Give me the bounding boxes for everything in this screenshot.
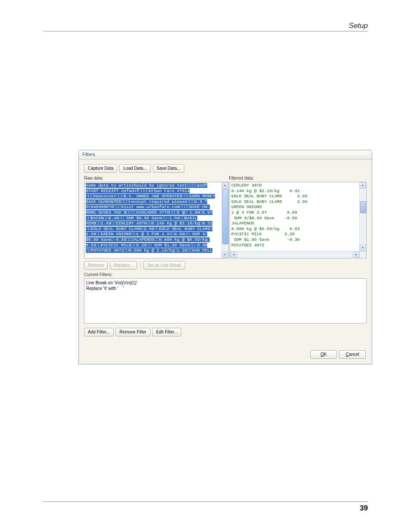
current-filters-list[interactable]: Line Break on '\r\n|(\r\n){1}' Replace '… <box>84 278 367 324</box>
filtered-horizontal-scrollbar[interactable]: ◂ ▸ <box>230 251 359 258</box>
filter-entry: Line Break on '\r\n|(\r\n){1}' Replace '… <box>86 280 364 291</box>
remove-filter-button[interactable]: Remove Filter <box>115 328 150 336</box>
scroll-down-icon[interactable]: ▾ <box>222 252 228 258</box>
scroll-up-icon[interactable]: ▴ <box>222 182 228 189</box>
header-rule <box>43 31 368 31</box>
page-header: Setup <box>349 22 368 30</box>
save-data-button[interactable]: Save Data... <box>153 164 184 173</box>
filtered-scroll-thumb[interactable] <box>360 201 366 213</box>
selection-toolbar: Remove Replace... Set as Line Break <box>84 261 367 270</box>
load-data-button[interactable]: Load Data... <box>119 164 150 173</box>
raw-vertical-scrollbar[interactable]: ▴ ▾ <box>221 182 228 258</box>
raw-data-text: some data to wrtieshould be ignored text… <box>84 182 221 258</box>
page-number: 39 <box>360 504 368 513</box>
raw-data-label: Raw data: <box>84 176 229 180</box>
filtered-data-label: Filtered data: <box>229 176 367 180</box>
data-toolbar: Capture Data Load Data... Save Data... <box>84 164 367 173</box>
filtered-data-pane[interactable]: CERLERY 4070 0.140 kg @ $2.18/kg 0.31 GO… <box>230 182 367 258</box>
capture-data-button[interactable]: Capture Data <box>84 164 117 173</box>
raw-scroll-thumb[interactable] <box>222 189 228 244</box>
current-filters-label: Current Filters: <box>84 272 367 277</box>
dialog-body: Capture Data Load Data... Save Data... R… <box>79 160 372 364</box>
set-line-break-button: Set as Line Break <box>143 261 185 270</box>
footer-rule <box>43 501 368 502</box>
dialog-title: Filters <box>79 150 372 160</box>
add-filter-button[interactable]: Add Filter... <box>84 328 114 336</box>
scroll-up-icon[interactable]: ▴ <box>360 182 366 189</box>
filtered-data-text: CERLERY 4070 0.140 kg @ $2.18/kg 0.31 GO… <box>230 182 359 251</box>
scroll-left-icon[interactable]: ◂ <box>230 252 237 258</box>
filtered-vertical-scrollbar[interactable]: ▴ ▾ <box>359 182 366 251</box>
replace-button: Replace... <box>110 261 137 270</box>
raw-data-pane[interactable]: some data to wrtieshould be ignored text… <box>84 182 229 258</box>
scroll-right-icon[interactable]: ▸ <box>353 252 359 258</box>
scroll-corner <box>359 251 366 258</box>
edit-filter-button[interactable]: Edit Filter... <box>152 328 181 336</box>
remove-button: Remove <box>84 261 108 270</box>
filters-dialog: Filters Capture Data Load Data... Save D… <box>78 150 372 364</box>
dialog-actions: OK Cancel <box>310 350 367 359</box>
scroll-down-icon[interactable]: ▾ <box>360 245 366 251</box>
toolbar-divider <box>140 261 141 269</box>
filter-mgmt-toolbar: Add Filter... Remove Filter Edit Filter.… <box>84 328 367 336</box>
ok-button[interactable]: OK <box>310 350 337 359</box>
cancel-button[interactable]: Cancel <box>339 350 366 359</box>
